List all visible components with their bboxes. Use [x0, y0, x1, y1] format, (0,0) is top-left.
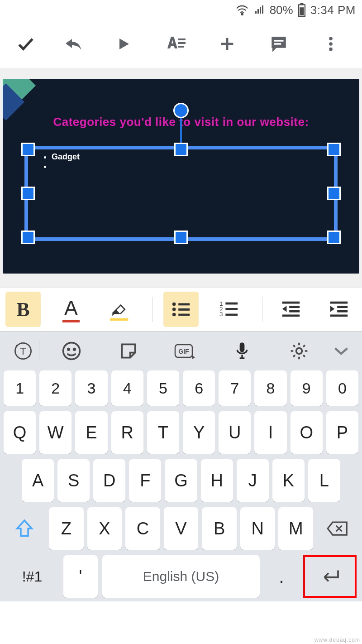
key-9[interactable]: 9 [291, 370, 323, 406]
key-s[interactable]: S [57, 459, 90, 502]
key-apostrophe[interactable]: ' [63, 555, 98, 598]
key-o[interactable]: O [291, 411, 323, 454]
slide-canvas-area[interactable]: Categories you'd like to visit in our we… [0, 68, 362, 287]
comment-button[interactable] [253, 20, 305, 68]
present-button[interactable] [98, 20, 149, 68]
key-period[interactable]: . [264, 555, 299, 598]
selected-textbox[interactable]: Gadget [24, 146, 338, 241]
key-e[interactable]: E [75, 411, 107, 454]
key-l[interactable]: L [308, 459, 340, 502]
increase-indent-button[interactable] [321, 292, 357, 327]
svg-rect-22 [225, 308, 238, 310]
done-button[interactable] [5, 20, 46, 68]
textbox-content[interactable]: Gadget [39, 152, 80, 171]
keyboard-collapse-icon[interactable] [328, 346, 355, 356]
key-a[interactable]: A [22, 459, 54, 502]
key-shift[interactable] [4, 507, 45, 550]
key-m[interactable]: M [278, 507, 313, 550]
bulleted-list-button[interactable] [163, 292, 199, 327]
emoji-icon[interactable] [43, 341, 100, 361]
svg-point-11 [329, 48, 333, 51]
signal-icon [253, 5, 265, 15]
resize-handle-tr[interactable] [327, 143, 341, 156]
voice-input-icon[interactable] [214, 341, 271, 361]
key-i[interactable]: I [254, 411, 286, 454]
key-n[interactable]: N [240, 507, 275, 550]
svg-rect-24 [282, 302, 300, 304]
key-u[interactable]: U [219, 411, 251, 454]
text-tools-icon[interactable]: T [7, 341, 39, 361]
svg-rect-21 [225, 303, 238, 305]
resize-handle-mr[interactable] [327, 187, 341, 200]
overflow-button[interactable] [305, 20, 357, 68]
resize-handle-bm[interactable] [174, 231, 188, 244]
key-y[interactable]: Y [183, 411, 215, 454]
resize-handle-ml[interactable] [21, 187, 35, 200]
bullet-item[interactable]: Gadget [52, 152, 80, 162]
svg-point-36 [73, 349, 75, 351]
key-3[interactable]: 3 [75, 370, 107, 406]
key-w[interactable]: W [39, 411, 71, 454]
resize-handle-tm[interactable] [174, 143, 188, 156]
text-color-button[interactable]: A [53, 292, 89, 327]
keyboard-settings-icon[interactable] [271, 341, 328, 361]
svg-rect-4 [178, 38, 186, 40]
add-button[interactable] [201, 20, 253, 68]
svg-text:GIF: GIF [179, 348, 190, 355]
svg-rect-8 [274, 43, 281, 45]
svg-point-0 [241, 14, 243, 15]
text-format-button[interactable] [150, 20, 201, 68]
key-f[interactable]: F [129, 459, 161, 502]
rotate-handle[interactable] [173, 103, 189, 118]
svg-rect-15 [178, 303, 190, 306]
key-backspace[interactable] [317, 507, 358, 550]
key-q[interactable]: Q [4, 411, 36, 454]
key-row-bottom: !#1 ' English (US) . [3, 555, 359, 598]
key-r[interactable]: R [111, 411, 143, 454]
svg-rect-23 [225, 314, 238, 316]
key-row-numbers: 1 2 3 4 5 6 7 8 9 0 [3, 370, 359, 406]
undo-button[interactable] [46, 20, 98, 68]
numbered-list-button[interactable]: 123 [211, 292, 247, 327]
resize-handle-tl[interactable] [21, 143, 35, 156]
key-c[interactable]: C [125, 507, 160, 550]
key-k[interactable]: K [272, 459, 305, 502]
key-2[interactable]: 2 [39, 370, 71, 406]
key-x[interactable]: X [87, 507, 122, 550]
key-1[interactable]: 1 [4, 370, 36, 406]
key-p[interactable]: P [326, 411, 358, 454]
key-8[interactable]: 8 [254, 370, 286, 406]
status-bar: 80% 3:34 PM [0, 0, 362, 20]
key-0[interactable]: 0 [326, 370, 358, 406]
highlight-color-button[interactable] [101, 292, 137, 327]
resize-handle-bl[interactable] [21, 231, 35, 244]
key-b[interactable]: B [202, 507, 237, 550]
key-v[interactable]: V [164, 507, 199, 550]
key-5[interactable]: 5 [147, 370, 179, 406]
svg-point-9 [329, 37, 333, 41]
key-g[interactable]: G [165, 459, 197, 502]
key-symbols[interactable]: !#1 [5, 555, 59, 598]
bullet-item[interactable] [52, 162, 80, 171]
key-t[interactable]: T [147, 411, 179, 454]
key-z[interactable]: Z [49, 507, 84, 550]
svg-rect-29 [337, 306, 348, 308]
key-j[interactable]: J [237, 459, 269, 502]
key-d[interactable]: D [93, 459, 125, 502]
svg-rect-25 [289, 306, 300, 308]
key-4[interactable]: 4 [111, 370, 143, 406]
svg-rect-3 [300, 7, 304, 15]
battery-icon [298, 3, 306, 17]
svg-rect-26 [289, 310, 300, 312]
key-enter[interactable] [303, 555, 357, 598]
slide[interactable]: Categories you'd like to visit in our we… [3, 79, 359, 274]
key-7[interactable]: 7 [219, 370, 251, 406]
sticker-icon[interactable] [100, 341, 157, 361]
key-space[interactable]: English (US) [102, 555, 260, 598]
decrease-indent-button[interactable] [273, 292, 309, 327]
key-h[interactable]: H [201, 459, 233, 502]
resize-handle-br[interactable] [327, 231, 341, 244]
gif-icon[interactable]: GIF [157, 342, 214, 360]
key-6[interactable]: 6 [183, 370, 215, 406]
bold-button[interactable]: B [5, 292, 41, 327]
